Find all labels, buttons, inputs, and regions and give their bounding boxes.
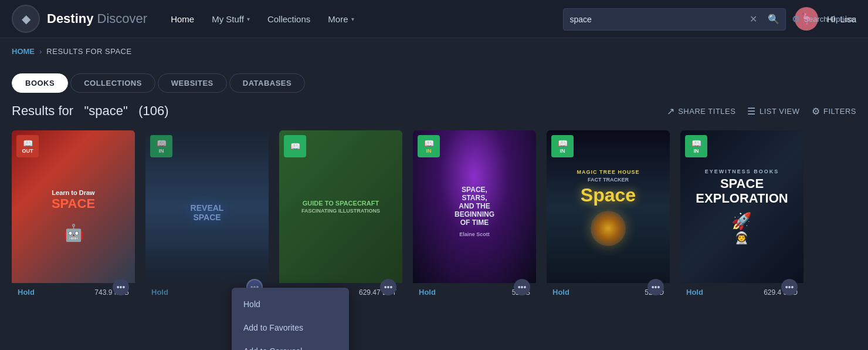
app-title-bold: Destiny	[47, 11, 93, 26]
book-badge-1: 📖 OUT	[16, 135, 39, 157]
my-stuff-chevron-icon: ▾	[247, 16, 250, 22]
cover-text-6: EYEWITNESS BOOKS SPACEEXPLORATION 🚀 👨‍🚀	[690, 163, 794, 250]
book-badge-3: 📖	[284, 135, 306, 157]
share-icon: ↗	[667, 106, 675, 117]
book-grid: 📖 OUT Learn to DrawSPACE 🤖 ••• Hold 743.…	[0, 127, 868, 313]
book-icon-1: 📖	[23, 139, 33, 148]
app-title: Destiny Discover	[47, 11, 147, 26]
book-icon-6: 📖	[691, 139, 701, 148]
nav-my-stuff[interactable]: My Stuff ▾	[212, 14, 250, 24]
list-view-button[interactable]: ☰ LIST VIEW	[747, 106, 799, 117]
context-menu-carousel[interactable]: Add to Carousel	[232, 339, 349, 350]
search-options-button[interactable]: ⚙ Search Options	[792, 14, 856, 25]
results-header: Results for "space" (106) ↗ SHARE TITLES…	[0, 93, 868, 127]
book-card-2: 📖 IN REVEALSPACE ••• Hold 520 Bar	[145, 130, 269, 301]
book-card-4: 📖 IN SPACE,STARS,AND THEBEGINNINGOF TIME…	[413, 130, 536, 301]
filter-icon: ⚙	[812, 106, 820, 117]
nav-collections[interactable]: Collections	[267, 14, 310, 24]
nav-more[interactable]: More ▾	[328, 14, 354, 24]
book-badge-6: 📖 IN	[685, 135, 707, 157]
tab-collections[interactable]: COLLECTIONS	[70, 73, 155, 93]
context-menu-hold[interactable]: Hold	[232, 292, 349, 316]
results-actions: ↗ SHARE TITLES ☰ LIST VIEW ⚙ FILTERS	[667, 106, 856, 117]
breadcrumb: HOME › RESULTS FOR SPACE	[0, 38, 868, 65]
book-menu-button-5[interactable]: •••	[647, 279, 664, 295]
sliders-icon: ⚙	[792, 14, 800, 25]
breadcrumb-separator: ›	[39, 47, 42, 56]
tab-books[interactable]: BOOKS	[12, 73, 68, 93]
book-icon-3: 📖	[290, 142, 300, 151]
book-icon-5: 📖	[558, 139, 568, 148]
book-card-6: 📖 IN EYEWITNESS BOOKS SPACEEXPLORATION 🚀…	[680, 130, 803, 301]
tab-websites[interactable]: WEBSITES	[158, 73, 227, 93]
search-area: ✕ 🔍 ⚙ Search Options	[563, 0, 868, 38]
book-menu-button-6[interactable]: •••	[781, 279, 798, 295]
tabs-bar: BOOKS COLLECTIONS WEBSITES DATABASES	[0, 65, 868, 93]
book-cover-3: 📖 GUIDE TO SPACECRAFTFASCINATING ILLUSTR…	[279, 130, 402, 283]
search-input[interactable]	[564, 15, 745, 24]
cover-text-3: GUIDE TO SPACECRAFTFASCINATING ILLUSTRAT…	[290, 188, 392, 226]
book-menu-button-4[interactable]: •••	[514, 279, 530, 295]
book-cover-5: 📖 IN MAGIC TREE HOUSE FACT TRACKER Space	[547, 130, 670, 283]
app-title-light: Discover	[93, 11, 147, 26]
book-cover-6: 📖 IN EYEWITNESS BOOKS SPACEEXPLORATION 🚀…	[680, 130, 803, 283]
book-icon-2: 📖	[157, 139, 167, 148]
book-card-3: 📖 GUIDE TO SPACECRAFTFASCINATING ILLUSTR…	[279, 130, 402, 301]
cover-text-2: REVEALSPACE	[191, 203, 224, 222]
book-menu-button-1[interactable]: •••	[113, 279, 129, 295]
header: ◆ Destiny Discover Home My Stuff ▾ Colle…	[0, 0, 868, 38]
cover-text-5: MAGIC TREE HOUSE FACT TRACKER Space	[568, 160, 648, 260]
more-chevron-icon: ▾	[351, 16, 354, 22]
breadcrumb-home[interactable]: HOME	[12, 47, 35, 56]
book-hold-2[interactable]: Hold	[151, 288, 168, 297]
logo-icon: ◆	[12, 5, 40, 33]
share-titles-button[interactable]: ↗ SHARE TITLES	[667, 106, 736, 117]
book-badge-2: 📖 IN	[150, 135, 172, 157]
rover-icon: 🤖	[63, 223, 84, 243]
book-menu-button-3[interactable]: •••	[380, 279, 396, 295]
breadcrumb-current: RESULTS FOR SPACE	[46, 47, 131, 56]
logo-area: ◆ Destiny Discover	[12, 5, 147, 33]
book-icon-4: 📖	[424, 139, 434, 148]
search-box: ✕ 🔍	[563, 8, 786, 31]
nav-home[interactable]: Home	[171, 14, 194, 24]
cover-text-1: Learn to DrawSPACE	[52, 189, 95, 211]
list-icon: ☰	[747, 106, 756, 117]
search-submit-icon[interactable]: 🔍	[762, 14, 785, 25]
filters-button[interactable]: ⚙ FILTERS	[812, 106, 857, 117]
book-hold-6[interactable]: Hold	[686, 288, 703, 297]
book-card-5: 📖 IN MAGIC TREE HOUSE FACT TRACKER Space…	[547, 130, 670, 301]
book-badge-4: 📖 IN	[418, 135, 440, 157]
context-menu: Hold Add to Favorites Add to Carousel Ad…	[232, 288, 349, 350]
context-menu-favorites[interactable]: Add to Favorites	[232, 316, 349, 339]
tab-databases[interactable]: DATABASES	[229, 73, 305, 93]
book-hold-1[interactable]: Hold	[18, 288, 35, 297]
book-cover-2: 📖 IN REVEALSPACE	[145, 130, 269, 283]
cover-text-4: SPACE,STARS,AND THEBEGINNINGOF TIME Elai…	[443, 174, 506, 249]
search-clear-icon[interactable]: ✕	[745, 14, 762, 25]
book-cover-4: 📖 IN SPACE,STARS,AND THEBEGINNINGOF TIME…	[413, 130, 536, 283]
book-hold-4[interactable]: Hold	[419, 288, 436, 297]
book-cover-1: 📖 OUT Learn to DrawSPACE 🤖	[12, 130, 135, 283]
book-hold-5[interactable]: Hold	[552, 288, 569, 297]
book-card: 📖 OUT Learn to DrawSPACE 🤖 ••• Hold 743.…	[12, 130, 135, 301]
book-badge-5: 📖 IN	[551, 135, 574, 157]
results-title: Results for "space" (106)	[12, 103, 169, 119]
